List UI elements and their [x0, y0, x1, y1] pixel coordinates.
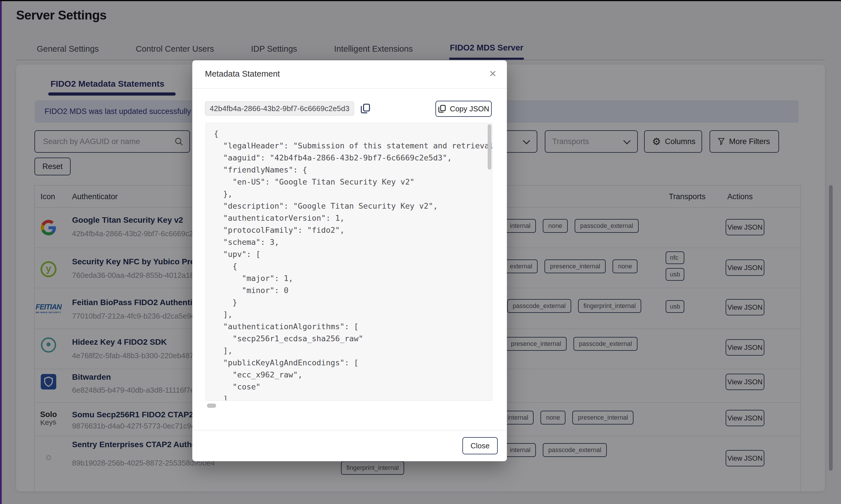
code-horizontal-scrollbar[interactable]	[207, 403, 216, 408]
copy-json-label: Copy JSON	[450, 105, 489, 113]
modal-header-divider	[192, 88, 507, 89]
modal-footer-divider	[192, 430, 507, 431]
metadata-statement-modal: Metadata Statement ✕ 42b4fb4a-2866-43b2-…	[192, 60, 507, 461]
brand-accent-strip	[0, 0, 2, 504]
metadata-json-viewer[interactable]: { "legalHeader": "Submission of this sta…	[205, 123, 493, 401]
close-icon[interactable]: ✕	[486, 67, 500, 81]
modal-title: Metadata Statement	[205, 69, 280, 79]
aaguid-chip: 42b4fb4a-2866-43b2-9bf7-6c6669c2e5d3	[205, 101, 354, 116]
code-vertical-scrollbar[interactable]	[488, 124, 491, 169]
copy-icon	[438, 104, 446, 113]
metadata-json-code: { "legalHeader": "Submission of this sta…	[206, 123, 492, 401]
close-button[interactable]: Close	[462, 437, 498, 454]
copy-json-button[interactable]: Copy JSON	[435, 101, 492, 117]
top-chrome-bar	[0, 0, 841, 1]
copy-aaguid-icon[interactable]	[360, 103, 371, 114]
